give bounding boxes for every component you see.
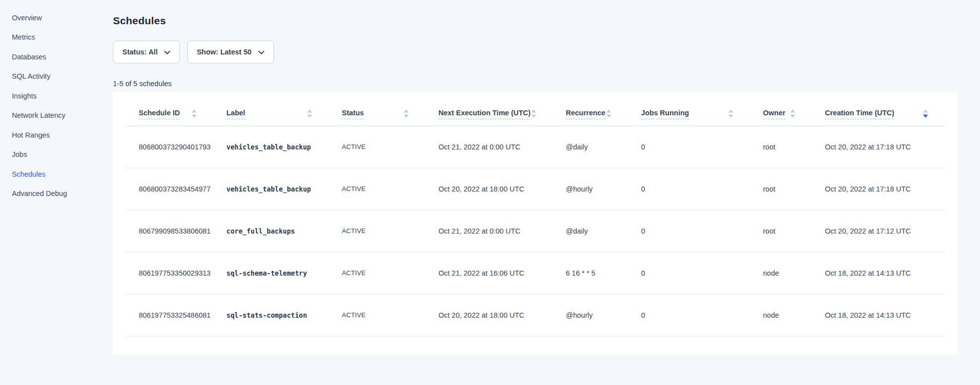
table-row: 806800373283454977 vehicles_table_backup…: [126, 168, 945, 210]
sidebar-item-label: Hot Ranges: [12, 131, 50, 139]
cell-jobs-running: 0: [628, 210, 750, 252]
cell-recurrence: @hourly: [553, 294, 628, 336]
table-row: 806800373290401793 vehicles_table_backup…: [126, 126, 945, 168]
cell-creation-time: Oct 20, 2022 at 17:18 UTC: [812, 126, 945, 168]
cell-status: ACTIVE: [329, 252, 426, 294]
sort-icon[interactable]: [606, 109, 611, 118]
sort-up-icon: [790, 109, 795, 113]
cell-recurrence: @daily: [553, 126, 628, 168]
table-row: 806197753350029313 sql-schema-telemetry …: [126, 252, 945, 294]
sidebar-item-insights[interactable]: Insights: [0, 86, 92, 106]
cell-next-execution-time: Oct 20, 2022 at 18:00 UTC: [426, 294, 553, 336]
cell-owner: node: [750, 252, 812, 294]
chevron-down-icon: [258, 48, 265, 56]
sort-down-icon: [192, 114, 197, 118]
column-header-label: Recurrence: [566, 109, 605, 119]
sidebar-item-hot-ranges[interactable]: Hot Ranges: [0, 125, 92, 145]
status-filter-dropdown[interactable]: Status: All: [113, 41, 180, 63]
cell-jobs-running: 0: [628, 126, 750, 168]
cell-status: ACTIVE: [329, 168, 426, 210]
cell-schedule-id: 806800373283454977: [126, 168, 214, 210]
column-header-recurrence[interactable]: Recurrence: [553, 92, 628, 126]
sort-up-icon: [531, 109, 536, 113]
cell-owner: node: [750, 294, 812, 336]
cell-next-execution-time: Oct 21, 2022 at 0:00 UTC: [426, 210, 553, 252]
cell-recurrence: @daily: [553, 210, 628, 252]
sort-down-icon: [790, 114, 795, 118]
sidebar-item-label: Databases: [12, 53, 46, 61]
cell-creation-time: Oct 20, 2022 at 17:18 UTC: [812, 168, 945, 210]
sort-icon[interactable]: [307, 109, 312, 118]
sort-icon[interactable]: [790, 109, 795, 118]
sidebar-item-jobs[interactable]: Jobs: [0, 145, 92, 165]
sort-up-icon: [728, 109, 733, 113]
column-header-creation-time-utc[interactable]: Creation Time (UTC): [812, 92, 945, 126]
cell-schedule-id: 806799098533806081: [126, 210, 214, 252]
sidebar-nav: Overview Metrics Databases SQL Activity …: [0, 8, 92, 203]
column-header-label: Status: [342, 109, 364, 119]
sort-up-icon: [923, 109, 928, 113]
cell-label: sql-stats-compaction: [214, 294, 329, 336]
cell-creation-time: Oct 18, 2022 at 14:13 UTC: [812, 252, 945, 294]
cell-status: ACTIVE: [329, 126, 426, 168]
sidebar-item-sql-activity[interactable]: SQL Activity: [0, 67, 92, 87]
column-header-label: Next Execution Time (UTC): [438, 109, 531, 119]
sort-down-icon: [606, 114, 611, 118]
sidebar-item-label: Insights: [12, 92, 37, 100]
cell-next-execution-time: Oct 21, 2022 at 0:00 UTC: [426, 126, 553, 168]
sidebar-item-label: Advanced Debug: [12, 190, 67, 197]
column-header-schedule-id[interactable]: Schedule ID: [126, 92, 214, 126]
sidebar-item-overview[interactable]: Overview: [0, 8, 92, 28]
sidebar-item-network-latency[interactable]: Network Latency: [0, 106, 92, 126]
results-count: 1-5 of 5 schedules: [113, 80, 958, 88]
sort-up-icon: [606, 109, 611, 113]
sidebar-item-advanced-debug[interactable]: Advanced Debug: [0, 184, 92, 204]
sort-icon[interactable]: [404, 109, 409, 118]
cell-label: vehicles_table_backup: [214, 126, 329, 168]
show-filter-dropdown[interactable]: Show: Latest 50: [187, 41, 273, 63]
cell-schedule-id: 806197753350029313: [126, 252, 214, 294]
sidebar-item-schedules[interactable]: Schedules: [0, 164, 92, 184]
sort-down-icon: [728, 114, 733, 118]
sidebar-item-databases[interactable]: Databases: [0, 47, 92, 67]
schedules-table: Schedule ID Label Status: [126, 92, 945, 337]
column-header-label: Owner: [763, 109, 785, 119]
column-header-status[interactable]: Status: [329, 92, 426, 126]
sidebar-item-label: Metrics: [12, 33, 35, 41]
table-header-row: Schedule ID Label Status: [126, 92, 945, 126]
cell-owner: root: [750, 126, 812, 168]
filter-bar: Status: All Show: Latest 50: [113, 41, 958, 63]
column-header-label[interactable]: Label: [214, 92, 329, 126]
cell-jobs-running: 0: [628, 294, 750, 336]
chevron-down-icon: [164, 48, 170, 56]
cell-schedule-id: 806800373290401793: [126, 126, 214, 168]
cell-owner: root: [750, 168, 812, 210]
cell-recurrence: @hourly: [553, 168, 628, 210]
sort-up-icon: [192, 109, 197, 113]
sort-up-icon: [307, 109, 312, 113]
sort-icon[interactable]: [923, 109, 928, 118]
sidebar-item-label: Overview: [12, 14, 42, 22]
cell-owner: root: [750, 210, 812, 252]
sort-icon[interactable]: [728, 109, 733, 118]
table-body: 806800373290401793 vehicles_table_backup…: [126, 126, 945, 336]
table-row: 806197753325486081 sql-stats-compaction …: [126, 294, 945, 336]
column-header-owner[interactable]: Owner: [750, 92, 812, 126]
sort-icon[interactable]: [192, 109, 197, 118]
sidebar-item-label: Schedules: [12, 170, 46, 178]
column-header-label: Label: [226, 109, 245, 119]
status-filter-label: Status: All: [122, 48, 158, 56]
cell-label: vehicles_table_backup: [214, 168, 329, 210]
sidebar-item-label: Network Latency: [12, 111, 65, 119]
main-content: Schedules Status: All Show: Latest 50 1-…: [92, 0, 980, 355]
cell-jobs-running: 0: [628, 252, 750, 294]
sidebar-item-metrics[interactable]: Metrics: [0, 28, 92, 48]
sort-down-icon: [307, 114, 312, 118]
column-header-next-execution-time-utc[interactable]: Next Execution Time (UTC): [426, 92, 553, 126]
sort-icon[interactable]: [531, 109, 536, 118]
column-header-jobs-running[interactable]: Jobs Running: [628, 92, 750, 126]
page-title: Schedules: [113, 15, 958, 27]
cell-status: ACTIVE: [329, 210, 426, 252]
show-filter-label: Show: Latest 50: [197, 48, 251, 56]
cell-label: core_full_backups: [214, 210, 329, 252]
